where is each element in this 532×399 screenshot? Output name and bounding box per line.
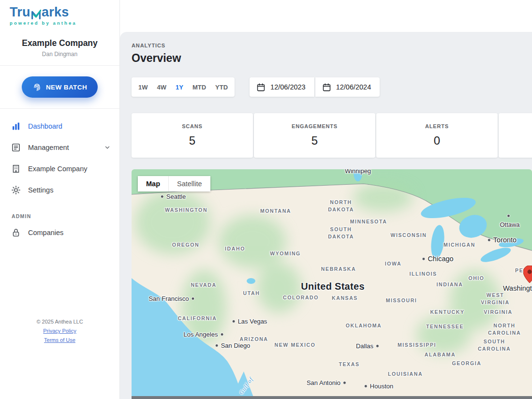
analytics-map[interactable]: WinnipegSeattleWASHINGTONMONTANANORTH DA… xyxy=(132,169,532,399)
stats-row: SCANS 5 ENGAGEMENTS 5 ALERTS 0 xyxy=(132,113,532,158)
stat-card: ALERTS 0 xyxy=(376,113,498,158)
sidebar-item-settings[interactable]: Settings xyxy=(0,179,119,201)
bar-chart-icon xyxy=(11,121,21,131)
sidebar-nav: Dashboard Management xyxy=(0,109,119,243)
range-tab[interactable]: 1W xyxy=(138,84,148,91)
gear-icon xyxy=(11,185,21,195)
company-name: Example Company xyxy=(4,38,116,48)
date-range-group: 12/06/2023 12/06/2024 xyxy=(250,77,380,97)
map-type-control: Map Satellite xyxy=(138,176,210,192)
stat-label: ENGAGEMENTS xyxy=(292,123,338,129)
sidebar-footer: © 2025 Anthea LLC Privacy Policy Terms o… xyxy=(0,319,119,399)
calendar-icon xyxy=(256,83,266,92)
main-content: ANALYTICS Overview 1W4W1YMTDYTD 12/06/20… xyxy=(120,32,532,399)
sidebar-item-companies[interactable]: Companies xyxy=(0,222,119,243)
list-panel-icon xyxy=(11,143,21,152)
sidebar-item-label: Companies xyxy=(28,229,63,236)
new-batch-block: NEW BATCH xyxy=(0,66,119,109)
map-marker-pin[interactable] xyxy=(523,266,532,283)
chevron-down-icon xyxy=(104,144,111,151)
logo-m-check-icon xyxy=(31,9,41,19)
section-eyebrow: ANALYTICS xyxy=(132,43,532,48)
copyright-text: © 2025 Anthea LLC xyxy=(0,319,119,325)
logo-text-arks: arks xyxy=(42,6,69,19)
range-tab[interactable]: 4W xyxy=(157,84,167,91)
stat-value: 5 xyxy=(311,134,318,148)
range-tab[interactable]: YTD xyxy=(215,84,228,91)
company-block: Example Company Dan Dingman xyxy=(0,30,119,66)
filter-controls-row: 1W4W1YMTDYTD 12/06/2023 12/06/2024 xyxy=(132,77,532,97)
stat-value: 5 xyxy=(189,134,195,148)
building-icon xyxy=(11,164,21,174)
sidebar-item-example-company[interactable]: Example Company xyxy=(0,158,119,179)
sidebar-item-label: Dashboard xyxy=(28,122,62,130)
stat-value: 0 xyxy=(434,134,440,148)
trumarks-logo[interactable]: Tru arks powered by anthea xyxy=(0,0,119,30)
new-batch-button[interactable]: NEW BATCH xyxy=(22,76,98,98)
sidebar-item-label: Management xyxy=(28,144,69,151)
lock-icon xyxy=(11,228,21,237)
start-date-value: 12/06/2023 xyxy=(270,83,306,91)
admin-section-label: ADMIN xyxy=(12,213,119,219)
map-terrain xyxy=(132,169,532,399)
calendar-icon xyxy=(322,83,331,92)
fingerprint-icon xyxy=(32,83,42,92)
map-view-button[interactable]: Map xyxy=(138,176,168,192)
logo-tagline: powered by anthea xyxy=(10,20,119,26)
user-name: Dan Dingman xyxy=(4,51,116,58)
stat-label: ALERTS xyxy=(425,123,449,129)
page-title: Overview xyxy=(132,52,532,65)
new-batch-label: NEW BATCH xyxy=(46,84,87,91)
map-bottom-bar xyxy=(132,396,532,399)
satellite-view-button[interactable]: Satellite xyxy=(168,176,210,192)
stat-card xyxy=(499,113,532,158)
stat-card: ENGAGEMENTS 5 xyxy=(254,113,375,158)
sidebar-item-label: Settings xyxy=(28,186,53,194)
range-tab[interactable]: MTD xyxy=(192,84,206,91)
terms-of-use-link[interactable]: Terms of Use xyxy=(0,337,119,343)
end-date-picker[interactable]: 12/06/2024 xyxy=(315,77,380,97)
stat-card: SCANS 5 xyxy=(132,113,253,158)
end-date-value: 12/06/2024 xyxy=(336,83,371,91)
logo-wordmark: Tru arks xyxy=(10,6,119,19)
logo-text-tru: Tru xyxy=(10,6,30,19)
time-range-selector: 1W4W1YMTDYTD xyxy=(132,77,235,97)
privacy-policy-link[interactable]: Privacy Policy xyxy=(0,328,119,334)
sidebar-item-dashboard[interactable]: Dashboard xyxy=(0,116,119,137)
sidebar: Tru arks powered by anthea Example Compa… xyxy=(0,0,120,399)
range-tab[interactable]: 1Y xyxy=(176,84,183,91)
sidebar-item-management[interactable]: Management xyxy=(0,137,119,158)
sidebar-item-label: Example Company xyxy=(28,165,88,173)
start-date-picker[interactable]: 12/06/2023 xyxy=(250,77,314,97)
stat-label: SCANS xyxy=(182,123,203,129)
